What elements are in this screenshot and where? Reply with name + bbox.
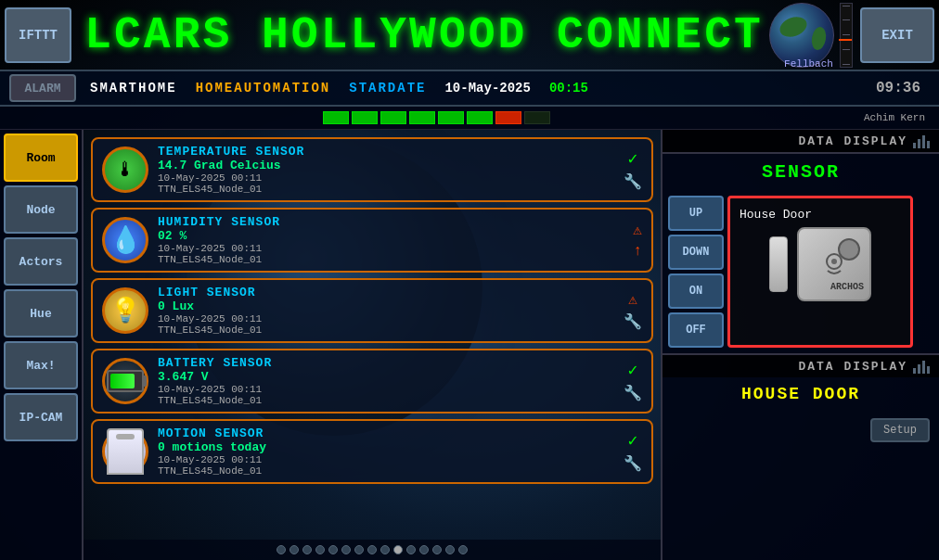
page-dot-6[interactable] [341,545,351,554]
svg-point-1 [831,259,837,264]
setup-button[interactable]: Setup [870,418,930,442]
bbar-2 [918,364,920,374]
page-dot-3[interactable] [302,545,312,554]
wrench-icon-4: 🔧 [624,454,642,473]
pagination [84,540,661,560]
battery-sensor-date: 10-May-2025 00:11 [158,384,614,395]
battery-sensor-node: TTN_ELS45_Node_01 [158,395,614,406]
right-panel: DATA DISPLAY SENSOR UP DOWN ON OFF [661,130,939,560]
earth-container: Fellbach [769,3,853,68]
motion-sensor-card: MOTION SENSOR 0 motions today 10-May-202… [91,419,653,484]
battery-icon [107,370,144,392]
light-sensor-title: LIGHT SENSOR [158,286,614,299]
page-dot-7[interactable] [354,545,364,554]
header: IFTTT LCARS HOLLYWOOD CONNECT [0,0,939,70]
bbar-4 [927,366,930,374]
light-sensor-icon: 💡 [102,287,148,334]
bar-2 [918,139,920,148]
page-dot-9[interactable] [380,545,390,554]
bar-3 [922,135,925,148]
content-area: Room Node Actors Hue Max! IP-CAM 🌡 TEMPE… [0,130,939,560]
page-dot-11[interactable] [406,545,416,554]
progress-block-7 [495,111,521,124]
bottom-data-display-title: DATA DISPLAY [798,360,907,374]
date-value: 10-May-2025 [444,81,530,95]
page-dot-8[interactable] [367,545,377,554]
location-label: Fellbach [769,58,848,70]
progress-block-8 [524,111,550,124]
off-button[interactable]: OFF [668,312,724,348]
down-button[interactable]: DOWN [668,235,724,270]
sidebar-item-node[interactable]: Node [4,185,78,234]
bbar-3 [922,361,925,374]
sidebar-item-actors[interactable]: Actors [4,237,78,286]
control-buttons: UP DOWN ON OFF [668,196,724,348]
sensor-big-label: SENSOR [662,154,939,190]
battery-sensor-status: ✓ 🔧 [624,360,642,402]
bar-1 [913,143,916,148]
page-dot-10[interactable] [393,545,403,554]
warning-icon-2: ⚠ [628,290,637,309]
progress-area: Achim Kern [0,107,939,130]
motion-sensor-node: TTN_ELS45_Node_01 [158,465,614,477]
page-dot-15[interactable] [458,545,468,554]
header-title: LCARS HOLLYWOOD CONNECT [79,10,769,60]
warning-icon: ⚠ [633,221,642,239]
progress-block-4 [409,111,435,124]
bottom-display-bars-icon [913,359,930,374]
homeautomation-label: HOMEAUTOMATION [196,81,331,95]
motion-top [116,434,135,439]
sidebar-item-room[interactable]: Room [4,134,78,182]
motion-sensor-info: MOTION SENSOR 0 motions today 10-May-202… [158,426,614,477]
wrench-icon-3: 🔧 [624,384,642,402]
door-sensor-main-icon: ARCHOS [797,227,871,301]
alarm-button[interactable]: ALARM [9,74,76,102]
arrow-up-icon: ↑ [633,243,642,260]
sensor-device-box: House Door ARCHOS [727,196,913,348]
page-dot-12[interactable] [419,545,429,554]
check-icon-3: ✓ [628,430,638,451]
on-button[interactable]: ON [668,274,724,309]
temperature-sensor-card: 🌡 TEMPERATURE SENSOR 14.7 Grad Celcius 1… [91,137,653,202]
app-title: LCARS HOLLYWOOD CONNECT [79,10,769,60]
progress-block-3 [380,111,406,124]
page-dot-1[interactable] [277,545,286,554]
humidity-sensor-icon: 💧 [102,217,148,263]
user-label: Achim Kern [864,112,930,123]
time-value: 00:15 [549,81,588,95]
page-dot-14[interactable] [445,545,455,554]
temperature-sensor-icon: 🌡 [102,146,148,193]
page-dot-2[interactable] [289,545,299,554]
battery-sensor-card: BATTERY SENSOR 3.647 V 10-May-2025 00:11… [91,349,653,414]
battery-sensor-value: 3.647 V [158,370,614,384]
light-bulb-icon: 💡 [110,296,140,325]
header-left: IFTTT [5,7,79,63]
sidebar-item-ipcam[interactable]: IP-CAM [4,393,78,441]
temperature-sensor-title: TEMPERATURE SENSOR [158,145,614,159]
up-button[interactable]: UP [668,196,724,231]
ifttt-button[interactable]: IFTTT [5,7,71,63]
page-dot-5[interactable] [328,545,338,554]
motion-sensor-date: 10-May-2025 00:11 [158,454,614,465]
progress-block-6 [467,111,493,124]
progress-block-2 [352,111,378,124]
temperature-sensor-value: 14.7 Grad Celcius [158,159,614,172]
smarthome-label: SMARTHOME [90,81,177,95]
light-sensor-node: TTN_ELS45_Node_01 [158,325,614,336]
page-dot-13[interactable] [432,545,442,554]
light-sensor-card: 💡 LIGHT SENSOR 0 Lux 10-May-2025 00:11 T… [91,278,653,343]
motion-sensor-status: ✓ 🔧 [624,430,642,473]
humidity-sensor-value: 02 % [158,229,624,243]
humidity-sensor-date: 10-May-2025 00:11 [158,243,624,254]
motion-sensor-value: 0 motions today [158,440,614,454]
check-icon-2: ✓ [628,360,638,380]
exit-button[interactable]: EXIT [860,7,934,63]
setup-area: Setup [662,411,939,450]
light-sensor-date: 10-May-2025 00:11 [158,313,614,325]
sidebar-item-max[interactable]: Max! [4,341,78,389]
bar-4 [927,141,930,148]
page-dot-4[interactable] [315,545,325,554]
sidebar-item-hue[interactable]: Hue [4,289,78,337]
motion-visual-icon [107,428,144,475]
sub-header: ALARM SMARTHOME HOMEAUTOMATION STARDATE … [0,70,939,107]
